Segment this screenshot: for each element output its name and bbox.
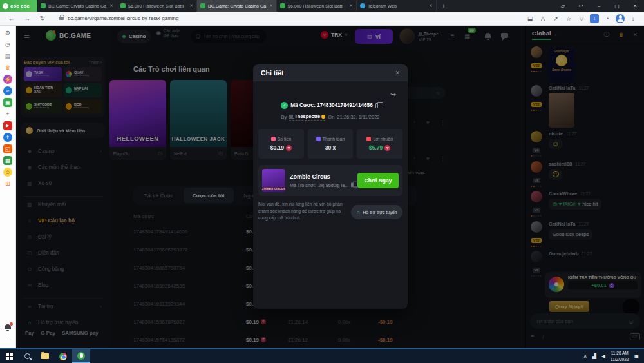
downloads-icon[interactable]: ↓ [629,14,638,23]
forward-button[interactable]: → [19,15,35,22]
windows-taskbar: ∧ ▟ ◀ 11:28 AM 11/2/2022 ▣ [0,348,644,363]
tab-close-icon[interactable]: ✕ [189,3,193,8]
stat-icon [271,137,276,141]
chrome-icon[interactable] [54,349,72,363]
download-manager-icon[interactable]: ↓ [590,14,599,23]
tab-title: $6,000 Halloween Slot Battl [128,4,187,8]
window-minimize-button[interactable]: – [590,3,608,9]
notifications-bell-icon[interactable] [5,324,11,329]
youtube-icon[interactable]: ▶ [3,121,12,130]
top-hat-icon [289,115,293,118]
zombie-circus-thumbnail[interactable]: ZOMBIE CIRCUS [262,169,285,192]
bet-datetime: 21:26:32, 1/11/2022 [337,114,379,120]
taskbar-search-icon[interactable] [18,349,36,363]
browser-tab[interactable]: Telegram Web ✕ [357,0,437,12]
copy-icon[interactable] [375,103,380,108]
rewards-crown-icon[interactable]: ♛ [3,63,12,72]
address-bar[interactable]: bc.game/vi/game/zombie-circus-by-relax-g… [68,15,179,21]
volume-icon[interactable]: ◀ [601,353,605,359]
sticker-icon[interactable]: ☺ [3,168,12,177]
coccoc-taskbar-icon[interactable] [72,349,90,363]
tab-favicon [280,3,285,8]
stat-label: Lợi nhuận [373,137,393,141]
stat-value: $5.79 [369,144,383,151]
window-maximize-button[interactable]: ▢ [608,3,626,9]
bet-id-label: Mã Cược: [290,103,316,108]
zalo-icon[interactable]: ≈ [3,86,12,95]
browser-tab[interactable]: BC.Game: Crypto Casino Ga ✕ [37,0,117,12]
game-code-label: Mã Trò chơi: [290,182,316,188]
reload-button[interactable]: ↻ [35,15,50,22]
messenger-icon[interactable]: ⚡ [3,75,12,84]
bet-stat-card: Số tiền $0.19▽ [258,129,304,159]
new-tab-button[interactable]: + [437,0,451,12]
trx-coin-icon: ▽ [286,145,292,151]
save-to-device-icon[interactable]: ⬓ [526,14,535,23]
stat-icon [316,137,321,141]
tab-favicon [41,3,46,8]
tab-close-icon[interactable]: ✕ [349,3,353,8]
bet-stat-card: Lợi nhuận $5.79▽ [357,129,402,159]
gift-icon[interactable]: ▦ [3,156,12,165]
game-info-card: ZOMBIE CIRCUS Zombie Circus Mã Trò chơi:… [258,165,402,196]
medal-icon [321,115,325,119]
tab-close-icon[interactable]: ✕ [269,3,273,8]
share-icon[interactable]: ↪ [390,90,396,99]
shopee-icon[interactable]: ◱ [3,144,12,153]
coccoc-brand-label: cốc cốc [10,3,30,9]
browser-tab[interactable]: $6,000 Halloween Slot Battl ✕ [117,0,197,12]
add-shortcut-icon[interactable]: + [3,110,12,119]
browser-sidebar-strip: ⚙ ◷ ▤ ♛ ⚡ ≈ ▣ + ▶ f ◱ ▦ ☺ ⊞ ⋯ [0,26,16,348]
tab-favicon [200,3,205,8]
tab-favicon [360,3,365,8]
browser-tab[interactable]: $6,000 Halloween Slot Battl ✕ [277,0,357,12]
adblock-shield-icon[interactable]: ▽ [577,14,586,23]
coccoc-logo[interactable]: ◔ cốc cốc [0,0,37,12]
window-close-button[interactable]: ✕ [626,3,644,9]
cart-icon[interactable]: ⊞ [3,179,12,188]
taskbar-clock[interactable]: 11:28 AM 11/2/2022 [611,350,629,363]
trx-coin-icon: ▽ [384,145,390,151]
stat-value: 30 x [325,144,336,151]
reopen-tab-icon[interactable]: ↩ [572,3,590,9]
extension-icon[interactable]: ◔ [603,14,612,23]
tab-title: $6,000 Halloween Slot Battl [288,4,346,8]
reading-list-icon[interactable]: ▤ [3,52,12,61]
tab-close-icon[interactable]: ✕ [109,3,113,8]
https-lock-icon[interactable] [59,17,64,20]
profile-avatar-icon[interactable] [616,14,625,23]
translate-icon[interactable]: A [538,14,547,23]
support-note: Mọi vấn đề, xin vui lòng liên hệ với bộ … [258,201,347,222]
play-now-button[interactable]: Chơi Ngay [357,173,399,188]
share-icon[interactable]: ↗ [551,14,560,23]
sidebar-more-icon[interactable]: ⋯ [0,337,16,343]
stat-label: Thanh toán [323,137,345,141]
browser-toolbar: ← → ↻ bc.game/vi/game/zombie-circus-by-r… [0,12,644,26]
tab-close-icon[interactable]: ✕ [429,3,433,8]
modal-title: Chi tiết [261,69,284,77]
modal-close-icon[interactable]: ✕ [395,70,400,76]
file-explorer-icon[interactable] [36,349,54,363]
start-button[interactable] [0,349,18,363]
bet-id-value: 1748304178491414656 [317,103,373,108]
network-icon[interactable]: ▟ [592,353,596,359]
live-support-button[interactable]: ∩ Hỗ trợ trực tuyến [351,205,402,219]
browser-tab[interactable]: BC.Game: Crypto Casino Ga ✕ [197,0,277,12]
hidden-icons-chevron[interactable]: ∧ [583,353,587,359]
pip-icon[interactable]: ▱ [554,3,572,9]
bet-owner-link[interactable]: Thespectre [289,113,325,121]
action-center-icon[interactable]: ▣ [634,353,639,359]
tab-favicon [120,3,126,8]
bookmark-star-icon[interactable]: ☆ [564,14,573,23]
stat-value: $0.19 [270,144,284,151]
back-button[interactable]: ← [4,15,19,22]
coccoc-logo-icon: ◔ [3,3,8,9]
games-icon[interactable]: ▣ [3,98,12,107]
success-check-icon: ✓ [281,102,288,109]
settings-icon[interactable]: ⚙ [3,28,12,37]
facebook-icon[interactable]: f [3,133,12,142]
history-icon[interactable]: ◷ [3,40,12,49]
bet-stat-card: Thanh toán 30 x▽ [308,129,354,159]
stat-icon [366,137,371,141]
copy-icon[interactable] [352,183,353,188]
